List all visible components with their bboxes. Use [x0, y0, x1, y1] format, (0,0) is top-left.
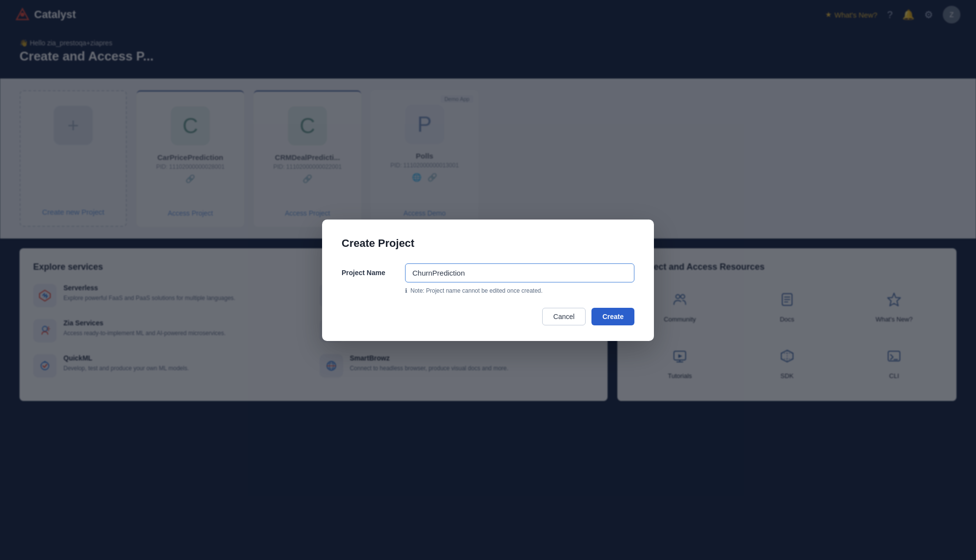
- create-project-modal: Create Project Project Name ℹ Note: Proj…: [322, 220, 654, 341]
- project-name-label: Project Name: [342, 269, 395, 277]
- modal-overlay: Create Project Project Name ℹ Note: Proj…: [0, 0, 976, 560]
- project-name-input[interactable]: [405, 263, 634, 282]
- modal-title: Create Project: [342, 237, 634, 250]
- modal-note-text: Note: Project name cannot be edited once…: [410, 287, 543, 294]
- modal-note: ℹ Note: Project name cannot be edited on…: [405, 287, 634, 294]
- cancel-button[interactable]: Cancel: [542, 308, 586, 325]
- modal-actions: Cancel Create: [342, 308, 634, 325]
- info-icon: ℹ: [405, 287, 407, 294]
- create-button[interactable]: Create: [591, 308, 634, 325]
- modal-form-row: Project Name: [342, 263, 634, 282]
